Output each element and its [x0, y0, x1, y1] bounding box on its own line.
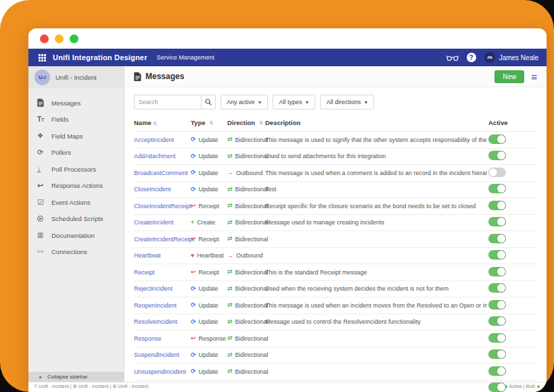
table-row: CloseIncidentReceipt↩Receipt⇄Bidirection… [134, 197, 537, 214]
window-titlebar [28, 28, 547, 49]
search-button[interactable] [201, 95, 216, 109]
user-menu[interactable]: JN James Neale [484, 52, 538, 63]
active-toggle[interactable] [488, 333, 506, 343]
type-label: Update [199, 170, 218, 176]
sidebar-item-fields[interactable]: TTFields [28, 112, 124, 128]
search-input[interactable] [134, 95, 201, 109]
sidebar-item-connections[interactable]: ‹··›Connections [28, 244, 124, 261]
sidebar-item-label: Connections [51, 248, 87, 255]
table-row: Heartbeat♥Heartbeat→Outbound [134, 247, 537, 264]
reply-icon: ↩ [191, 335, 196, 341]
bidirectional-arrows-icon: ⇄ [227, 153, 233, 160]
bidirectional-arrows-icon: ⇄ [227, 269, 233, 275]
sidebar-item-response-actions[interactable]: ↩Response Actions [28, 178, 124, 195]
watch-glasses-icon[interactable] [446, 54, 459, 62]
reply-icon: ↩ [191, 269, 196, 275]
sidebar-item-field-maps[interactable]: ❖Field Maps [28, 128, 124, 145]
active-toggle[interactable] [488, 234, 506, 243]
type-label: Heartbeat [197, 252, 224, 259]
collapse-sidebar-button[interactable]: ◄ Collapse sidebar [28, 372, 124, 382]
status-right: Active | Built [505, 384, 540, 389]
app-title[interactable]: Unifi Integration Designer [53, 53, 147, 62]
message-name-link[interactable]: CreateIncidentReceipt [134, 236, 194, 243]
menu-icon[interactable]: ≡ [531, 72, 537, 82]
message-name-link[interactable]: SuspendIncident [134, 351, 179, 358]
message-name-link[interactable]: Receipt [134, 269, 155, 276]
sync-icon: ⟳ [191, 286, 196, 292]
top-navbar: Unifi Integration Designer Service Manag… [28, 49, 547, 66]
table-row: UnsuspendIncident⟳Update⇄Bidirectional [134, 363, 537, 380]
direction-label: Bidirectional [235, 236, 269, 243]
app-grid-icon[interactable] [39, 54, 46, 62]
direction-filter-dropdown[interactable]: All directions▼ [320, 95, 374, 109]
active-toggle[interactable] [488, 366, 506, 376]
maximize-window-button[interactable] [70, 34, 78, 43]
description-text: This message is used when an incident mo… [265, 302, 487, 309]
app-subtitle: Service Management [157, 54, 214, 61]
active-toggle[interactable] [488, 383, 506, 392]
workspace-selector[interactable]: U-I Unifi - Incident [28, 66, 124, 88]
right-arrow-icon: → [227, 170, 233, 176]
sync-icon: ⟳ [191, 319, 196, 325]
download-icon: ↓ [37, 166, 49, 172]
type-filter-dropdown[interactable]: All types▼ [273, 95, 315, 109]
description-text: Receipt specific for the closure scenari… [265, 203, 487, 210]
document-icon [37, 99, 49, 107]
message-name-link[interactable]: CreateIncident [134, 219, 174, 226]
filter-bar: Any active▼ All types▼ All directions▼ [124, 87, 547, 116]
active-toggle[interactable] [488, 300, 506, 310]
message-name-link[interactable]: BroadcastComment [134, 170, 188, 176]
sidebar-item-messages[interactable]: Messages [28, 95, 124, 112]
sidebar-item-pollers[interactable]: ⟳Pollers [28, 145, 124, 162]
active-toggle[interactable] [488, 250, 506, 260]
message-name-link[interactable]: Heartbeat [134, 252, 161, 259]
column-header-name[interactable]: Name⇅ [134, 119, 191, 126]
type-label: Update [199, 153, 218, 160]
help-icon[interactable]: ? [467, 53, 476, 62]
new-button[interactable]: New [494, 70, 524, 83]
message-name-link[interactable]: ReopenIncident [134, 302, 177, 309]
table-header: Name⇅ Type⇅ Direction⇅ Description Activ… [134, 116, 537, 131]
message-name-link[interactable]: CloseIncidentReceipt [134, 203, 191, 210]
message-name-link[interactable]: AcceptIncident [134, 137, 174, 143]
column-header-type[interactable]: Type⇅ [191, 119, 227, 126]
message-name-link[interactable]: AddAttachment [134, 153, 176, 160]
message-name-link[interactable]: RejectIncident [134, 285, 172, 292]
active-toggle[interactable] [488, 151, 506, 160]
active-toggle[interactable] [488, 168, 506, 177]
type-label: Create [197, 219, 215, 226]
active-toggle[interactable] [488, 349, 506, 359]
type-label: Update [199, 368, 218, 375]
direction-label: Bidirectional [235, 186, 269, 193]
active-toggle[interactable] [488, 316, 506, 326]
active-toggle[interactable] [488, 134, 506, 144]
table-row: CreateIncidentReceipt↩Receipt⇄Bidirectio… [134, 230, 537, 247]
play-circle-icon: ▶ [37, 216, 49, 222]
active-toggle[interactable] [488, 184, 506, 193]
sidebar-item-scheduled-scripts[interactable]: ▶Scheduled Scripts [28, 211, 124, 228]
column-header-direction[interactable]: Direction⇅ [227, 119, 265, 126]
active-toggle[interactable] [488, 201, 506, 210]
sidebar-item-label: Response Actions [51, 182, 103, 189]
message-name-link[interactable]: ResolveIncident [134, 318, 177, 325]
plus-icon: + [191, 220, 194, 226]
sidebar-item-label: Scheduled Scripts [51, 215, 103, 222]
sidebar-item-event-actions[interactable]: ☑Event Actions [28, 194, 124, 211]
sidebar-item-poll-processors[interactable]: ↓Poll Processors [28, 161, 124, 178]
minimize-window-button[interactable] [55, 34, 64, 43]
active-toggle[interactable] [488, 283, 506, 293]
sync-icon: ⟳ [191, 352, 196, 358]
sidebar-item-documentation[interactable]: ▥Documentation [28, 227, 124, 244]
direction-label: Bidirectional [235, 137, 269, 143]
page-header: Messages New ≡ [124, 66, 547, 87]
message-name-link[interactable]: CloseIncident [134, 186, 171, 193]
close-window-button[interactable] [40, 34, 49, 43]
message-name-link[interactable]: Response [134, 335, 162, 342]
heart-icon: ♥ [191, 253, 194, 259]
active-filter-dropdown[interactable]: Any active▼ [221, 95, 268, 109]
active-toggle[interactable] [488, 267, 506, 276]
message-name-link[interactable]: UnsuspendIncident [134, 368, 186, 375]
sidebar-item-label: Poll Processors [51, 166, 96, 173]
active-toggle[interactable] [488, 217, 506, 226]
workspace-tabs[interactable]: ⠿ Unifi - Incident | ⚙ Unifi - Incident … [34, 384, 148, 389]
